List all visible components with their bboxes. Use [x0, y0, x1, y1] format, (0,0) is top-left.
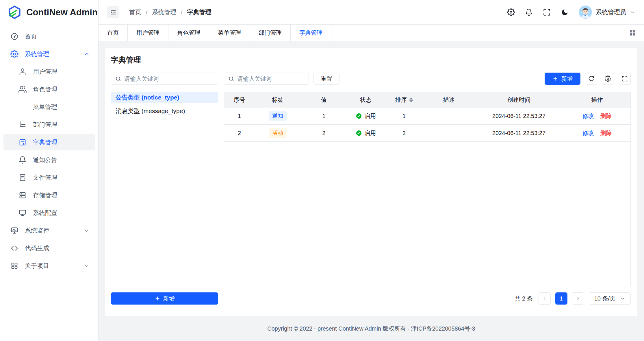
sidebar-collapse-button[interactable]: [107, 6, 119, 18]
table-row: 2 活动 2 启用 2: [224, 125, 630, 142]
dict-search-field[interactable]: [111, 73, 218, 85]
sidebar-item-role-management[interactable]: 角色管理: [3, 81, 95, 97]
file-icon: [18, 174, 27, 182]
dict-type-item-message[interactable]: 消息类型 (message_type): [111, 105, 218, 117]
footer-copyright: Copyright © 2022 - present ContiNew Admi…: [105, 316, 637, 341]
tab-dept-management[interactable]: 部门管理: [250, 25, 291, 41]
chevron-down-icon: [84, 228, 90, 233]
app-title: ContiNew Admin: [26, 7, 98, 18]
sidebar-item-menu-management[interactable]: 菜单管理: [3, 99, 95, 115]
breadcrumb-item-home[interactable]: 首页: [129, 8, 141, 16]
sidebar-item-user-management[interactable]: 用户管理: [3, 64, 95, 80]
cell-sort: 2: [385, 130, 424, 137]
status-text: 启用: [365, 129, 376, 137]
column-header-status: 状态: [347, 96, 385, 104]
reset-button[interactable]: 重置: [313, 73, 339, 85]
edit-link[interactable]: 修改: [582, 112, 594, 120]
cell-sort: 1: [385, 113, 424, 119]
refresh-button[interactable]: [585, 73, 597, 85]
sidebar-item-code-gen[interactable]: 代码生成: [3, 240, 95, 256]
dict-type-item-notice[interactable]: 公告类型 (notice_type): [111, 92, 218, 103]
fullscreen-icon[interactable]: [543, 8, 551, 16]
sidebar-item-dict-management[interactable]: 字典管理: [3, 134, 95, 150]
sidebar-item-system-management[interactable]: 系统管理: [3, 46, 95, 62]
sidebar-item-file-management[interactable]: 文件管理: [3, 169, 95, 186]
tab-home[interactable]: 首页: [99, 25, 128, 41]
table-search-input[interactable]: [237, 75, 305, 82]
column-header-no: 序号: [224, 96, 255, 104]
status-text: 启用: [365, 112, 376, 120]
delete-link[interactable]: 删除: [600, 129, 612, 137]
dict-type-add-button[interactable]: 新增: [111, 292, 218, 305]
sidebar-item-system-config[interactable]: 系统配置: [3, 205, 95, 221]
table-row: 1 通知 1 启用 1: [224, 108, 630, 125]
notification-bell-icon[interactable]: [525, 8, 533, 16]
chevron-down-icon: [84, 263, 90, 269]
user-menu[interactable]: 系统管理员: [579, 5, 635, 19]
chevron-left-icon: [542, 296, 547, 301]
cell-tag: 活动: [255, 128, 301, 138]
pagination-next-button[interactable]: [572, 292, 584, 305]
cell-tag: 通知: [255, 111, 301, 121]
plus-icon: [552, 76, 558, 82]
column-header-description: 描述: [424, 96, 474, 104]
column-settings-button[interactable]: [602, 73, 614, 85]
column-header-created-time: 创建时间: [474, 96, 564, 104]
storage-icon: [18, 191, 27, 199]
tab-menu-management[interactable]: 菜单管理: [209, 25, 250, 41]
cell-no: 2: [224, 130, 255, 137]
pagination-prev-button[interactable]: [539, 292, 551, 305]
tab-actions-grid-icon[interactable]: [629, 25, 644, 41]
code-icon: [10, 244, 18, 252]
topbar-actions: 系统管理员: [507, 5, 635, 19]
sidebar-item-notice[interactable]: 通知公告: [3, 152, 95, 168]
sidebar-item-dept-management[interactable]: 部门管理: [3, 117, 95, 133]
monitor-pulse-icon: [10, 226, 18, 235]
sidebar-menu: 首页 系统管理 用户管理 角色: [0, 25, 98, 275]
toolbar: 重置 新增: [111, 73, 631, 85]
chevron-down-icon: [630, 10, 635, 15]
logo-hexagon-icon: [8, 5, 22, 19]
users-icon: [18, 85, 27, 93]
tab-user-management[interactable]: 用户管理: [128, 25, 168, 41]
cell-actions: 修改 删除: [564, 112, 630, 120]
avatar: [579, 5, 592, 19]
cell-value: 2: [301, 130, 347, 137]
menu-fold-icon: [110, 9, 117, 16]
bell-icon: [18, 156, 27, 164]
settings-icon[interactable]: [507, 8, 515, 16]
table-search-field[interactable]: [224, 73, 309, 85]
dict-management-card: 字典管理 重置 新增: [105, 48, 637, 316]
delete-link[interactable]: 删除: [600, 112, 612, 120]
cell-actions: 修改 删除: [564, 129, 630, 137]
tab-role-management[interactable]: 角色管理: [168, 25, 209, 41]
sidebar-item-about[interactable]: 关于项目: [3, 258, 95, 274]
table-empty-space: [224, 142, 630, 287]
edit-link[interactable]: 修改: [582, 129, 594, 137]
add-button[interactable]: 新增: [545, 73, 580, 85]
sort-carets-icon[interactable]: [409, 97, 413, 102]
dashboard-icon: [10, 32, 18, 40]
column-header-sort[interactable]: 排序: [385, 96, 424, 104]
cell-no: 1: [224, 113, 255, 119]
table-header-row: 序号 标签 值 状态 排序 描述 创建时间 操作: [224, 92, 630, 108]
dict-search-input[interactable]: [124, 75, 214, 82]
dict-item-table: 序号 标签 值 状态 排序 描述 创建时间 操作: [224, 92, 631, 287]
sidebar-item-storage-management[interactable]: 存储管理: [3, 187, 95, 203]
search-icon: [115, 76, 121, 82]
dict-type-panel: 公告类型 (notice_type) 消息类型 (message_type) 新…: [111, 92, 218, 305]
tab-dict-management[interactable]: 字典管理: [291, 25, 331, 41]
table-fullscreen-button[interactable]: [619, 73, 631, 85]
pagination-page-1[interactable]: 1: [555, 292, 567, 305]
sidebar-item-system-monitor[interactable]: 系统监控: [3, 222, 95, 239]
gear-icon: [605, 75, 611, 82]
cell-status: 启用: [347, 112, 385, 120]
gear-icon: [10, 50, 18, 58]
dark-mode-moon-icon[interactable]: [561, 8, 569, 16]
logo: ContiNew Admin: [0, 0, 98, 25]
page-size-select[interactable]: 10 条/页: [589, 292, 631, 305]
dict-type-list: 公告类型 (notice_type) 消息类型 (message_type): [111, 92, 218, 292]
breadcrumb-item-system[interactable]: 系统管理: [152, 8, 176, 16]
sidebar-item-home[interactable]: 首页: [3, 28, 95, 45]
breadcrumb-separator: /: [146, 9, 147, 15]
